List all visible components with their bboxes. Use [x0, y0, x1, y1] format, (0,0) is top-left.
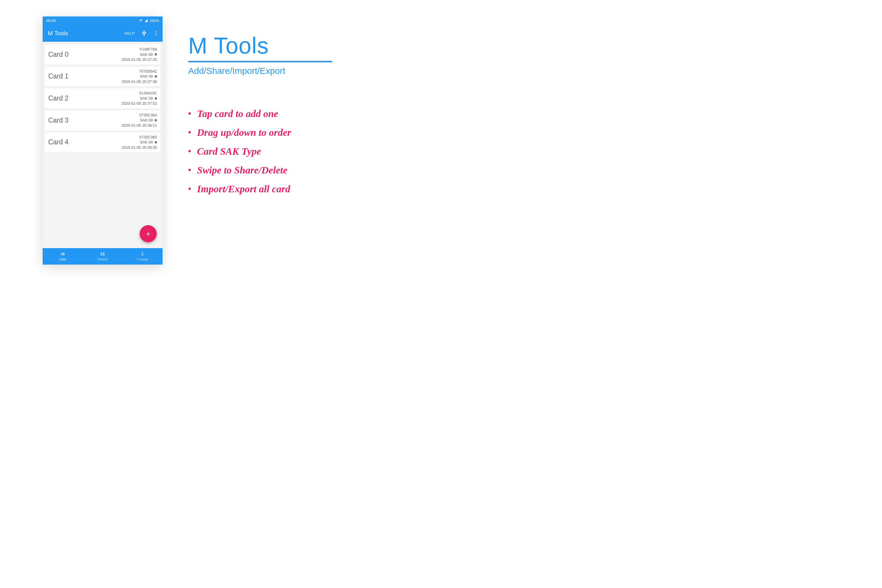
help-button[interactable]: HELP	[124, 31, 135, 36]
promo-bullet-list: Tap card to add oneDrag up/down to order…	[188, 108, 358, 195]
card-name: Card 0	[48, 51, 69, 58]
promo-divider	[188, 61, 332, 62]
card-sak: SAK 08	[140, 96, 153, 101]
card-item[interactable]: Card 45730C365SAK 082020-01-05 20:38:30	[44, 132, 161, 153]
svg-point-0	[156, 31, 156, 32]
card-name: Card 1	[48, 72, 69, 80]
dollar-icon	[140, 251, 146, 256]
usb-icon[interactable]	[141, 30, 147, 36]
card-item[interactable]: Card 26136410CSAK 082020-01-05 20:37:52	[44, 88, 161, 109]
card-timestamp: 2020-01-05 20:37:38	[122, 79, 157, 84]
card-name: Card 4	[48, 138, 69, 146]
nav-details-label: Details	[98, 257, 108, 261]
fab-add[interactable]: +	[140, 225, 157, 242]
card-id: F148F784	[122, 47, 157, 52]
list-icon	[60, 251, 66, 256]
card-item[interactable]: Card 1707EB542SAK 082020-01-05 20:37:38	[44, 66, 161, 87]
card-meta: 6136410CSAK 082020-01-05 20:37:52	[122, 90, 157, 106]
card-item[interactable]: Card 35730C364SAK 082020-01-05 20:38:11	[44, 110, 161, 131]
card-sak: SAK 08	[140, 74, 153, 79]
card-timestamp: 2020-01-05 20:37:25	[122, 57, 157, 62]
promo-bullet: Tap card to add one	[188, 108, 358, 119]
svg-point-2	[156, 34, 156, 35]
status-indicators: 100%	[139, 18, 159, 23]
nav-lists[interactable]: Lists	[43, 248, 82, 265]
nav-charge-label: Charge	[137, 257, 148, 261]
nav-charge[interactable]: Charge	[123, 248, 163, 265]
promo-subtitle: Add/Share/Import/Export	[188, 66, 358, 76]
status-bar: 09:00 100%	[43, 16, 163, 25]
card-list: Card 0F148F784SAK 082020-01-05 20:37:25C…	[43, 42, 163, 248]
card-timestamp: 2020-01-05 20:38:11	[122, 123, 157, 128]
app-actions: HELP	[124, 30, 159, 36]
wifi-icon	[139, 19, 143, 22]
signal-icon	[144, 19, 148, 22]
svg-point-1	[156, 33, 156, 33]
card-id: 6136410C	[122, 90, 157, 96]
details-icon	[100, 251, 105, 256]
plus-icon: +	[146, 230, 150, 238]
promo-panel: M Tools Add/Share/Import/Export Tap card…	[188, 32, 358, 202]
card-meta: 707EB542SAK 082020-01-05 20:37:38	[122, 69, 157, 84]
promo-bullet: Import/Export all card	[188, 183, 358, 195]
card-meta: 5730C365SAK 082020-01-05 20:38:30	[122, 135, 157, 150]
status-time: 09:00	[46, 18, 56, 23]
nav-details[interactable]: Details	[82, 248, 123, 265]
card-sak: SAK 08	[140, 140, 153, 145]
bottom-nav: Lists Details Charge	[43, 248, 163, 265]
card-sak: SAK 08	[140, 52, 153, 57]
card-timestamp: 2020-01-05 20:38:30	[122, 145, 157, 150]
promo-title: M Tools	[188, 32, 358, 59]
sak-dot-icon	[154, 119, 157, 122]
phone-frame: 09:00 100% M Tools HELP Card 0F148F784SA…	[43, 16, 163, 265]
card-sak: SAK 08	[140, 118, 153, 123]
card-item[interactable]: Card 0F148F784SAK 082020-01-05 20:37:25	[44, 44, 161, 65]
sak-dot-icon	[154, 98, 157, 100]
app-title: M Tools	[48, 30, 124, 37]
card-id: 5730C364	[122, 112, 157, 118]
promo-bullet: Drag up/down to order	[188, 127, 358, 138]
promo-bullet: Card SAK Type	[188, 146, 358, 157]
app-bar: M Tools HELP	[43, 25, 163, 42]
nav-lists-label: Lists	[59, 257, 66, 261]
card-name: Card 2	[48, 94, 69, 102]
card-meta: F148F784SAK 082020-01-05 20:37:25	[122, 47, 157, 62]
more-icon[interactable]	[153, 30, 159, 36]
card-name: Card 3	[48, 116, 69, 124]
sak-dot-icon	[154, 141, 157, 144]
promo-bullet: Swipe to Share/Delete	[188, 165, 358, 176]
sak-dot-icon	[154, 75, 157, 78]
sak-dot-icon	[154, 53, 157, 56]
card-timestamp: 2020-01-05 20:37:52	[122, 101, 157, 106]
card-meta: 5730C364SAK 082020-01-05 20:38:11	[122, 112, 157, 128]
status-battery: 100%	[149, 18, 159, 23]
card-id: 5730C365	[122, 135, 157, 140]
card-id: 707EB542	[122, 69, 157, 74]
